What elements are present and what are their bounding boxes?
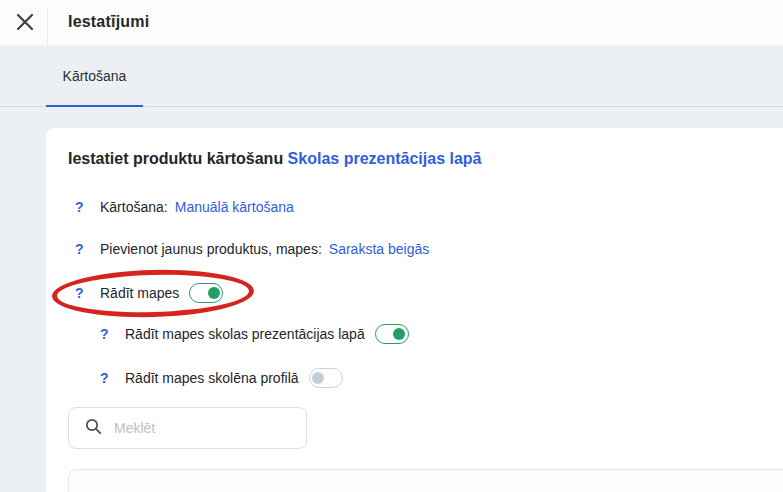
help-icon[interactable]: ? bbox=[75, 285, 88, 301]
tab-kartosana[interactable]: Kārtošana bbox=[46, 46, 143, 107]
show-folders-profile-toggle[interactable] bbox=[309, 368, 343, 388]
search-input[interactable] bbox=[112, 419, 306, 437]
setting-row-show-folders-presentation: ? Rādīt mapes skolas prezentācijas lapā bbox=[100, 324, 409, 344]
product-list-container bbox=[68, 469, 783, 492]
heading-page-link[interactable]: Skolas prezentācijas lapā bbox=[288, 150, 482, 167]
top-bar: Iestatījumi bbox=[0, 0, 783, 46]
help-icon[interactable]: ? bbox=[75, 241, 88, 257]
heading-text: Iestatiet produktu kārtošanu bbox=[68, 150, 283, 167]
search-icon bbox=[69, 418, 102, 439]
show-folders-presentation-toggle[interactable] bbox=[375, 324, 409, 344]
setting-row-sorting: ? Kārtošana: Manuālā kārtošana bbox=[75, 197, 294, 217]
setting-value-link[interactable]: Manuālā kārtošana bbox=[175, 199, 294, 215]
setting-label: Rādīt mapes skolēna profilā bbox=[125, 370, 299, 386]
close-icon bbox=[15, 12, 35, 35]
setting-row-show-folders-profile: ? Rādīt mapes skolēna profilā bbox=[100, 368, 343, 388]
show-folders-toggle[interactable] bbox=[189, 283, 223, 303]
help-icon[interactable]: ? bbox=[100, 326, 113, 342]
search-box bbox=[68, 407, 307, 449]
setting-value-link[interactable]: Saraksta beigās bbox=[329, 241, 429, 257]
topbar-divider bbox=[47, 7, 48, 46]
toggle-knob bbox=[208, 287, 220, 299]
help-icon[interactable]: ? bbox=[100, 370, 113, 386]
panel-heading: Iestatiet produktu kārtošanu Skolas prez… bbox=[68, 150, 481, 168]
settings-panel: Iestatiet produktu kārtošanu Skolas prez… bbox=[46, 128, 783, 492]
setting-row-new-products: ? Pievienot jaunus produktus, mapes: Sar… bbox=[75, 239, 429, 259]
setting-row-show-folders: ? Rādīt mapes bbox=[75, 283, 223, 303]
toggle-knob bbox=[312, 372, 324, 384]
setting-label: Pievienot jaunus produktus, mapes: bbox=[100, 241, 322, 257]
close-button[interactable] bbox=[8, 6, 42, 40]
setting-label: Rādīt mapes skolas prezentācijas lapā bbox=[125, 326, 365, 342]
help-icon[interactable]: ? bbox=[75, 199, 88, 215]
setting-label: Kārtošana: bbox=[100, 199, 168, 215]
page-title: Iestatījumi bbox=[68, 13, 149, 31]
setting-label: Rādīt mapes bbox=[100, 285, 179, 301]
tab-strip: Kārtošana bbox=[0, 46, 783, 107]
toggle-knob bbox=[393, 328, 405, 340]
